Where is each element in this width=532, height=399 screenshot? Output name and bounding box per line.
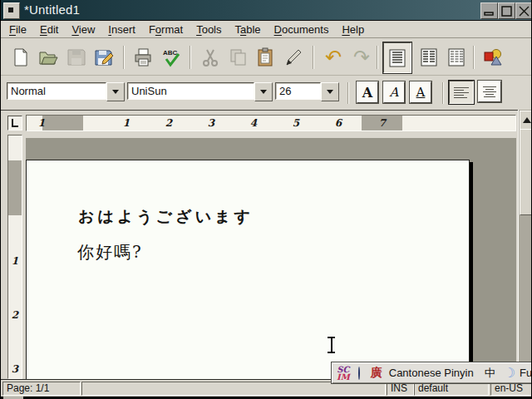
svg-text:ABC: ABC [163, 49, 178, 57]
font-size-combobox[interactable]: 26 [275, 82, 321, 100]
abiword-window: *Untitled1 FileEditViewInsertFormatTools… [0, 0, 532, 399]
scim-moon-icon[interactable]: ☽ [504, 367, 515, 380]
ruler-number: 1 [38, 117, 45, 129]
two-columns-icon [419, 47, 439, 67]
underline-button[interactable]: A [410, 81, 431, 103]
menu-item-table[interactable]: Table [235, 23, 261, 36]
window-title: *Untitled1 [24, 2, 80, 17]
copy-button-disabled[interactable] [224, 42, 251, 71]
insert-shapes-button[interactable] [480, 42, 507, 71]
chevron-down-icon [112, 90, 119, 94]
menu-item-edit[interactable]: Edit [40, 23, 58, 36]
window-menu-button[interactable] [3, 2, 20, 19]
document-text-line: おはようございます [78, 206, 254, 228]
undo-button[interactable]: ↶ [320, 42, 347, 71]
ruler-number: 1 [123, 117, 130, 129]
close-button[interactable] [515, 2, 532, 19]
titlebar: *Untitled1 [1, 0, 532, 20]
undo-icon: ↶ [325, 47, 342, 67]
three-columns-button[interactable] [443, 42, 470, 71]
paste-button[interactable] [252, 42, 278, 71]
scim-ime-name[interactable]: Cantonese Pinyin [389, 367, 474, 379]
menubar: FileEditViewInsertFormatToolsTableDocume… [1, 20, 532, 38]
chevron-down-icon [327, 90, 333, 94]
toolbar-separator [190, 46, 191, 69]
align-left-icon [454, 87, 469, 98]
ruler-number: 1 [12, 255, 18, 267]
minimize-icon [484, 6, 495, 16]
menu-item-format[interactable]: Format [149, 23, 183, 36]
ruler-number: 6 [335, 117, 342, 129]
menu-item-documents[interactable]: Documents [274, 23, 329, 36]
maximize-icon [501, 6, 512, 17]
align-center-icon [483, 86, 496, 97]
scim-logo: SC IM [337, 366, 350, 381]
font-combo-arrow-button[interactable] [254, 82, 273, 101]
cut-button-disabled[interactable] [197, 42, 224, 71]
spellcheck-icon: ABC [161, 47, 181, 67]
save-button-disabled[interactable] [63, 42, 90, 71]
scim-clipped-label[interactable]: Fu [520, 367, 532, 379]
format-toolbar: Normal UniSun 26 A A A [1, 76, 532, 111]
minimize-button[interactable] [480, 2, 498, 19]
document-area: 123 おはようございます 你好嗎? [1, 135, 532, 379]
save-as-button[interactable] [91, 42, 117, 71]
cut-icon [200, 47, 220, 67]
redo-icon: ↷ [353, 47, 370, 67]
toolbar-separator [313, 46, 314, 69]
menu-item-help[interactable]: Help [342, 23, 364, 36]
font-combobox[interactable]: UniSun [127, 82, 254, 100]
toolbar-separator [473, 46, 475, 69]
document-page[interactable]: おはようございます 你好嗎? [26, 160, 470, 379]
document-text-line: 你好嗎? [77, 241, 143, 264]
align-left-button[interactable] [449, 81, 474, 104]
maximize-button[interactable] [498, 2, 515, 19]
ruler-number: 2 [165, 117, 172, 129]
print-button[interactable] [130, 42, 156, 71]
save-as-icon [94, 47, 114, 67]
ruler-row: 11234567 [1, 110, 532, 135]
toolbar-separator [123, 46, 125, 69]
bold-button[interactable]: A [357, 81, 378, 103]
chevron-down-icon [260, 90, 267, 94]
menu-item-tools[interactable]: Tools [196, 23, 221, 36]
toolbar-separator [442, 82, 444, 104]
tab-selector-button[interactable] [7, 116, 22, 131]
open-button[interactable] [35, 42, 62, 71]
vertical-ruler: 123 [7, 135, 22, 379]
ruler-number: 5 [293, 117, 299, 129]
ruler-margin-segment [42, 116, 83, 131]
print-icon [133, 47, 153, 67]
scrollbar-thumb[interactable] [520, 129, 532, 215]
menu-item-view[interactable]: View [71, 23, 95, 36]
open-folder-icon [38, 47, 58, 67]
scim-mode-indicator[interactable]: 中 [485, 366, 495, 381]
scim-sphere-icon[interactable] [358, 367, 360, 380]
copy-icon [228, 47, 248, 67]
one-column-button[interactable] [383, 42, 411, 73]
menu-item-insert[interactable]: Insert [108, 23, 135, 36]
three-columns-icon [446, 47, 466, 67]
scroll-up-button[interactable] [520, 111, 532, 130]
vertical-scrollbar[interactable] [518, 110, 532, 379]
ruler-number: 3 [208, 117, 214, 129]
size-combo-arrow-button[interactable] [321, 82, 339, 101]
style-combobox[interactable]: Normal [7, 82, 106, 100]
scim-panel[interactable]: SC IM 廣 Cantonese Pinyin 中 ☽ Fu [331, 362, 532, 384]
align-center-button[interactable] [478, 81, 501, 102]
save-icon [66, 47, 86, 67]
spellcheck-button[interactable]: ABC [158, 42, 185, 71]
scim-ime-char[interactable]: 廣 [371, 366, 382, 381]
style-combo-arrow-button[interactable] [106, 82, 125, 101]
horizontal-ruler[interactable]: 11234567 [26, 115, 516, 131]
new-document-icon [11, 47, 31, 67]
italic-button[interactable]: A [383, 81, 405, 103]
main-toolbar: ABC [1, 39, 532, 76]
pen-button[interactable] [280, 42, 307, 71]
redo-button-disabled[interactable]: ↷ [348, 42, 375, 71]
new-document-button[interactable] [7, 42, 34, 71]
menu-item-file[interactable]: File [9, 23, 27, 36]
left-tab-icon [12, 119, 18, 127]
status-page-indicator: Page: 1/1 [2, 382, 81, 396]
two-columns-button[interactable] [416, 42, 442, 71]
